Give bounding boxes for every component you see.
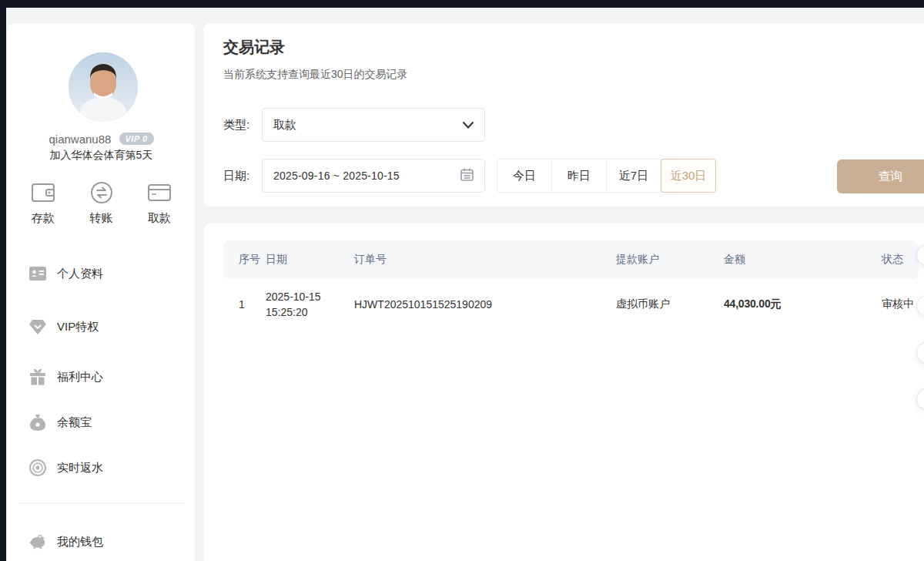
- coin-icon: [29, 459, 46, 476]
- quick-actions: 存款 转账 取款: [18, 179, 184, 226]
- sidebar-item-welfare[interactable]: 福利中心: [29, 367, 103, 387]
- user-line: qianwanu88 VIP 0: [8, 131, 195, 146]
- range-30days-button[interactable]: 近30日: [661, 159, 716, 193]
- cell-date-time: 15:25:20: [266, 304, 354, 320]
- cell-status: 审核中: [882, 297, 919, 311]
- calendar-icon: [460, 168, 474, 184]
- money-bag-icon: [29, 414, 46, 431]
- left-window-edge: [0, 0, 6, 561]
- range-yesterday-button[interactable]: 昨日: [551, 159, 607, 193]
- table-header-row: 序号 日期 订单号 提款账户 金额 状态: [223, 240, 919, 279]
- sidebar-item-label: 我的钱包: [57, 535, 103, 549]
- join-days-text: 加入华体会体育第5天: [8, 149, 195, 163]
- cell-no: 1: [239, 298, 266, 311]
- username: qianwanu88: [49, 133, 111, 146]
- vip-badge: VIP 0: [119, 133, 154, 145]
- date-range-presets: 今日 昨日 近7日 近30日: [497, 159, 716, 193]
- col-header-order: 订单号: [354, 253, 616, 267]
- withdraw-label: 取款: [135, 211, 184, 226]
- col-header-account: 提款账户: [616, 253, 724, 267]
- avatar: [69, 52, 138, 122]
- sidebar-item-label: VIP特权: [57, 320, 99, 334]
- table-row: 1 2025-10-15 15:25:20 HJWT20251015152519…: [223, 279, 919, 330]
- sidebar-item-label: 实时返水: [57, 461, 103, 475]
- deposit-button[interactable]: 存款: [18, 179, 68, 226]
- sidebar-divider: [18, 502, 184, 503]
- deposit-label: 存款: [18, 211, 68, 226]
- profile-sidebar: qianwanu88 VIP 0 加入华体会体育第5天 存款: [8, 23, 195, 561]
- chevron-down-icon: [463, 118, 474, 132]
- date-range-value: 2025-09-16 ~ 2025-10-15: [273, 170, 460, 182]
- col-header-status: 状态: [882, 253, 919, 267]
- cell-date: 2025-10-15 15:25:20: [266, 289, 354, 321]
- piggy-bank-icon: [29, 533, 46, 550]
- date-range-input[interactable]: 2025-09-16 ~ 2025-10-15: [262, 159, 485, 193]
- sidebar-item-profile[interactable]: 个人资料: [29, 264, 103, 284]
- page-title: 交易记录: [223, 37, 285, 58]
- cell-date-day: 2025-10-15: [266, 289, 354, 304]
- cell-amount: 44,030.00元: [724, 297, 882, 311]
- withdraw-button[interactable]: 取款: [135, 179, 184, 226]
- sidebar-item-vip[interactable]: VIP特权: [29, 317, 99, 337]
- filter-card: 交易记录 当前系统支持查询最近30日的交易记录 类型: 取款 日期: 2025-…: [204, 23, 924, 207]
- transfer-button[interactable]: 转账: [77, 179, 126, 226]
- sidebar-item-label: 余额宝: [57, 415, 92, 430]
- transfer-label: 转账: [77, 211, 126, 226]
- type-select-value: 取款: [273, 118, 463, 133]
- sidebar-item-wallet[interactable]: 我的钱包: [29, 532, 103, 552]
- range-7days-button[interactable]: 近7日: [606, 159, 661, 193]
- gift-icon: [29, 368, 46, 385]
- col-header-amount: 金额: [724, 253, 882, 267]
- search-button[interactable]: 查询: [837, 160, 924, 193]
- range-today-button[interactable]: 今日: [497, 159, 552, 193]
- type-select[interactable]: 取款: [262, 108, 485, 142]
- transactions-table-card: 序号 日期 订单号 提款账户 金额 状态 1 2025-10-15 15:25:…: [204, 223, 924, 561]
- id-card-icon: [29, 265, 46, 282]
- sidebar-item-rebate[interactable]: 实时返水: [29, 458, 103, 478]
- col-header-date: 日期: [266, 253, 354, 267]
- sidebar-item-yuebao[interactable]: 余额宝: [29, 412, 92, 432]
- col-header-no: 序号: [239, 253, 266, 267]
- top-window-bar: [0, 0, 924, 8]
- wallet-icon: [18, 179, 68, 207]
- page-subtitle: 当前系统支持查询最近30日的交易记录: [223, 68, 408, 82]
- cell-order-number: HJWT202510151525190209: [354, 298, 616, 311]
- sidebar-item-label: 福利中心: [57, 370, 103, 385]
- avatar-portrait: [69, 52, 138, 122]
- type-label: 类型:: [223, 118, 249, 133]
- bank-card-icon: [135, 179, 184, 207]
- transfer-icon: [77, 179, 126, 207]
- gem-icon: [29, 318, 46, 335]
- cell-account: 虚拟币账户: [616, 297, 724, 311]
- sidebar-item-label: 个人资料: [57, 267, 103, 281]
- date-label: 日期:: [223, 169, 249, 183]
